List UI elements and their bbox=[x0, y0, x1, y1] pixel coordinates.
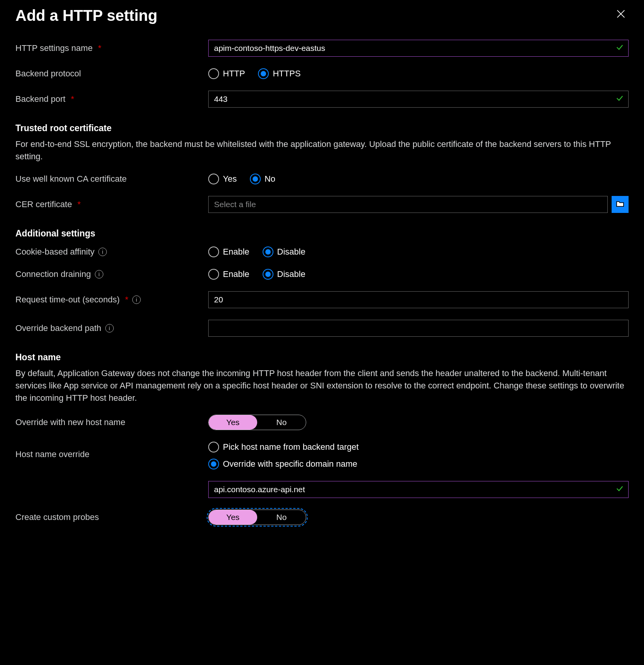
label-host-name-override: Host name override bbox=[15, 442, 208, 459]
close-button[interactable] bbox=[615, 8, 627, 20]
label-backend-port: Backend port* bbox=[15, 94, 208, 104]
label-http-settings-name: HTTP settings name* bbox=[15, 43, 208, 53]
page-title: Add a HTTP setting bbox=[15, 7, 629, 24]
pill-override-no[interactable]: No bbox=[257, 415, 306, 430]
label-cookie-affinity: Cookie-based affinity i bbox=[15, 247, 208, 257]
host-name-override-input[interactable] bbox=[208, 481, 629, 498]
radio-known-ca-yes[interactable]: Yes bbox=[208, 174, 237, 184]
cer-file-browse-button[interactable] bbox=[612, 196, 629, 213]
request-timeout-input[interactable] bbox=[208, 291, 629, 308]
pill-create-custom-probes[interactable]: Yes No bbox=[208, 510, 306, 525]
radio-cookie-enable[interactable]: Enable bbox=[208, 246, 250, 257]
label-override-backend-path: Override backend path i bbox=[15, 323, 208, 333]
radio-host-specific-domain[interactable]: Override with specific domain name bbox=[208, 459, 357, 469]
pill-probes-yes[interactable]: Yes bbox=[209, 510, 257, 525]
radio-host-pick-backend[interactable]: Pick host name from backend target bbox=[208, 442, 359, 452]
radio-known-ca-no[interactable]: No bbox=[250, 174, 275, 184]
label-connection-draining: Connection draining i bbox=[15, 269, 208, 279]
section-trusted-root: Trusted root certificate bbox=[15, 123, 629, 133]
desc-trusted-root: For end-to-end SSL encryption, the backe… bbox=[15, 138, 629, 163]
label-use-known-ca: Use well known CA certificate bbox=[15, 174, 208, 184]
radio-protocol-https[interactable]: HTTPS bbox=[258, 68, 300, 79]
radio-drain-enable[interactable]: Enable bbox=[208, 269, 250, 280]
info-icon[interactable]: i bbox=[95, 270, 103, 278]
section-additional-settings: Additional settings bbox=[15, 228, 629, 239]
radio-drain-disable[interactable]: Disable bbox=[263, 269, 305, 280]
override-backend-path-input[interactable] bbox=[208, 320, 629, 337]
label-override-new-host: Override with new host name bbox=[15, 417, 208, 427]
pill-override-new-host[interactable]: Yes No bbox=[208, 415, 306, 430]
section-host-name: Host name bbox=[15, 352, 629, 363]
label-create-custom-probes: Create custom probes bbox=[15, 512, 208, 522]
label-request-timeout: Request time-out (seconds)* i bbox=[15, 295, 208, 305]
desc-host-name: By default, Application Gateway does not… bbox=[15, 367, 629, 404]
pill-probes-no[interactable]: No bbox=[257, 510, 306, 525]
cer-file-placeholder[interactable]: Select a file bbox=[208, 196, 608, 213]
http-settings-name-input[interactable] bbox=[208, 40, 629, 57]
info-icon[interactable]: i bbox=[105, 324, 114, 332]
radio-cookie-disable[interactable]: Disable bbox=[263, 246, 305, 257]
radio-protocol-http[interactable]: HTTP bbox=[208, 68, 245, 79]
backend-port-input[interactable] bbox=[208, 91, 629, 108]
label-cer-certificate: CER certificate* bbox=[15, 199, 208, 209]
pill-override-yes[interactable]: Yes bbox=[209, 415, 257, 430]
label-backend-protocol: Backend protocol bbox=[15, 69, 208, 79]
info-icon[interactable]: i bbox=[98, 248, 107, 256]
folder-icon bbox=[616, 200, 624, 209]
info-icon[interactable]: i bbox=[132, 295, 141, 304]
